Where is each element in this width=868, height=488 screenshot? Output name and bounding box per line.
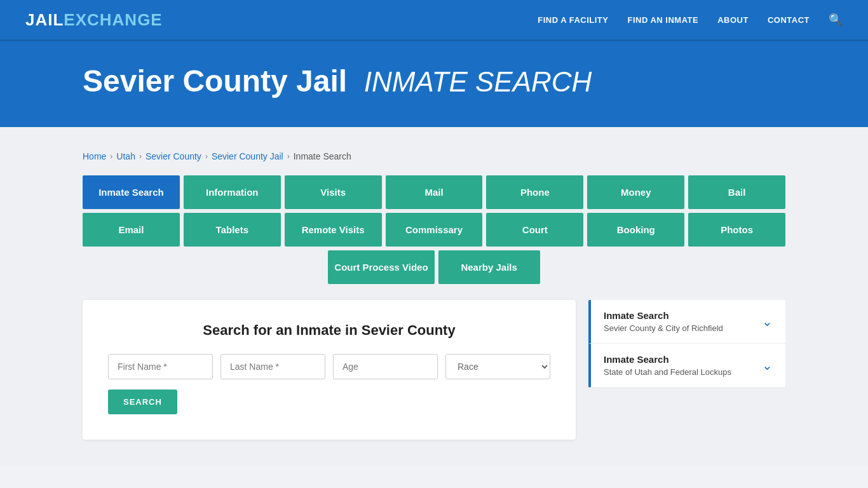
tab-court[interactable]: Court [486, 213, 583, 247]
tab-money[interactable]: Money [587, 175, 684, 209]
title-main: Sevier County Jail [83, 64, 347, 98]
tab-information[interactable]: Information [184, 175, 281, 209]
page-title: Sevier County Jail INMATE SEARCH [83, 64, 785, 98]
header: JAILEXCHANGE FIND A FACILITY FIND AN INM… [0, 0, 868, 41]
sidebar: Inmate Search Sevier County & City of Ri… [588, 300, 785, 388]
tab-photos[interactable]: Photos [688, 213, 785, 247]
breadcrumb-sep-1: › [110, 152, 112, 161]
sidebar-card-title-utah: Inmate Search [604, 354, 731, 365]
logo[interactable]: JAILEXCHANGE [25, 10, 163, 30]
sidebar-card-sub-sevier: Sevier County & City of Richfield [604, 323, 723, 333]
tab-email[interactable]: Email [83, 213, 180, 247]
tab-remote-visits[interactable]: Remote Visits [285, 213, 382, 247]
age-input[interactable] [333, 354, 438, 379]
search-icon[interactable]: 🔍 [829, 13, 843, 27]
tabs-container: Inmate Search Information Visits Mail Ph… [83, 175, 785, 284]
nav-find-facility[interactable]: FIND A FACILITY [538, 15, 608, 25]
tab-visits[interactable]: Visits [285, 175, 382, 209]
breadcrumb-jail[interactable]: Sevier County Jail [212, 151, 283, 161]
breadcrumb-home[interactable]: Home [83, 151, 106, 161]
tab-bail[interactable]: Bail [688, 175, 785, 209]
sidebar-card-sevier[interactable]: Inmate Search Sevier County & City of Ri… [588, 300, 785, 344]
hero-banner: Sevier County Jail INMATE SEARCH [0, 41, 868, 127]
breadcrumb-sevier-county[interactable]: Sevier County [146, 151, 201, 161]
tab-inmate-search[interactable]: Inmate Search [83, 175, 180, 209]
tab-booking[interactable]: Booking [587, 213, 684, 247]
sidebar-card-utah[interactable]: Inmate Search State of Utah and Federal … [588, 344, 785, 388]
title-italic: INMATE SEARCH [364, 66, 592, 97]
chevron-icon-sevier: ⌄ [762, 314, 773, 329]
nav-contact[interactable]: CONTACT [768, 15, 810, 25]
logo-jail: JAIL [25, 10, 64, 29]
last-name-input[interactable] [220, 354, 325, 379]
nav-about[interactable]: ABOUT [717, 15, 749, 25]
first-name-input[interactable] [108, 354, 213, 379]
sidebar-card-sub-utah: State of Utah and Federal Lockups [604, 367, 731, 377]
tabs-row-2: Email Tablets Remote Visits Commissary C… [83, 213, 785, 247]
main-area: Home › Utah › Sevier County › Sevier Cou… [0, 127, 868, 465]
tab-court-process-video[interactable]: Court Process Video [328, 250, 434, 284]
breadcrumb-utah[interactable]: Utah [116, 151, 135, 161]
tab-nearby-jails[interactable]: Nearby Jails [438, 250, 540, 284]
chevron-icon-utah: ⌄ [762, 358, 773, 373]
breadcrumb-sep-3: › [205, 152, 208, 161]
tabs-row-1: Inmate Search Information Visits Mail Ph… [83, 175, 785, 209]
sidebar-card-text-utah: Inmate Search State of Utah and Federal … [604, 354, 731, 377]
tab-phone[interactable]: Phone [486, 175, 583, 209]
search-panel: Search for an Inmate in Sevier County Ra… [83, 300, 576, 440]
tab-tablets[interactable]: Tablets [184, 213, 281, 247]
breadcrumb-sep-2: › [139, 152, 142, 161]
nav: FIND A FACILITY FIND AN INMATE ABOUT CON… [538, 13, 843, 27]
tab-commissary[interactable]: Commissary [386, 213, 483, 247]
nav-find-inmate[interactable]: FIND AN INMATE [627, 15, 698, 25]
sidebar-card-text-sevier: Inmate Search Sevier County & City of Ri… [604, 310, 723, 333]
breadcrumb-current: Inmate Search [294, 151, 351, 161]
breadcrumb: Home › Utah › Sevier County › Sevier Cou… [83, 140, 785, 175]
sidebar-card-title-sevier: Inmate Search [604, 310, 723, 321]
race-select[interactable]: Race White Black Hispanic Asian Other [445, 354, 550, 379]
search-fields: Race White Black Hispanic Asian Other [108, 354, 550, 379]
logo-exchange: EXCHANGE [64, 10, 162, 29]
tabs-row-3: Court Process Video Nearby Jails [83, 250, 785, 284]
search-title: Search for an Inmate in Sevier County [108, 322, 550, 339]
content-row: Search for an Inmate in Sevier County Ra… [83, 300, 785, 440]
tab-mail[interactable]: Mail [386, 175, 483, 209]
search-button[interactable]: SEARCH [108, 390, 177, 414]
breadcrumb-sep-4: › [287, 152, 290, 161]
